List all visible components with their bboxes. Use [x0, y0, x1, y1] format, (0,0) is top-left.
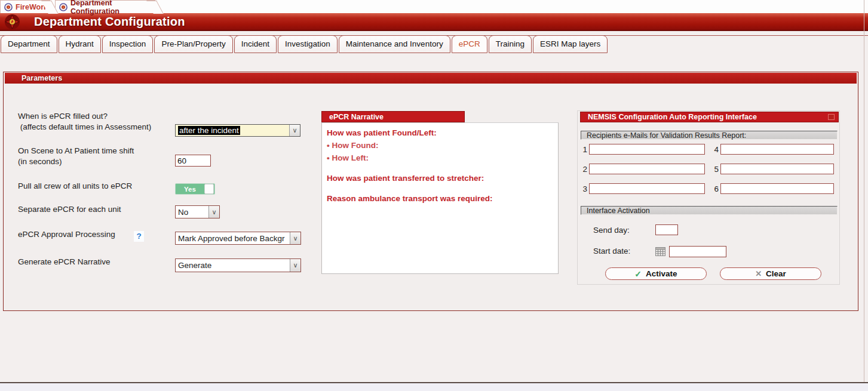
- help-icon[interactable]: ?: [134, 231, 144, 242]
- recipient-email-input-2[interactable]: [589, 164, 705, 174]
- tab-incident[interactable]: Incident: [234, 35, 277, 53]
- window-tab-bar: FireWorks Department Configuration: [0, 0, 868, 13]
- narrative-line: • How Found:: [327, 140, 553, 150]
- fire-badge-icon: [59, 3, 68, 11]
- recipient-row-6: 6: [712, 183, 839, 203]
- separate-epcr-dropdown[interactable]: No ∨: [175, 205, 220, 218]
- tab-pre-plan-property[interactable]: Pre-Plan/Property: [154, 35, 232, 53]
- tab-maintenance-and-inventory[interactable]: Maintenance and Inventory: [339, 35, 450, 53]
- window-tab-label: FireWorks: [16, 3, 52, 11]
- chevron-down-icon[interactable]: ∨: [290, 232, 300, 244]
- time-shift-label: On Scene to At Patient time shift(in sec…: [18, 146, 134, 167]
- page-title: Department Configuration: [34, 15, 185, 29]
- recipient-number: 1: [581, 144, 587, 154]
- recipient-email-input-3[interactable]: [589, 183, 705, 194]
- when-epcr-value: after the incident: [178, 126, 240, 135]
- tab-investigation[interactable]: Investigation: [278, 35, 338, 53]
- nav-tabs: DepartmentHydrantInspectionPre-Plan/Prop…: [1, 35, 608, 53]
- clear-x-icon: ✕: [755, 269, 762, 278]
- tab-department[interactable]: Department: [1, 35, 57, 53]
- recipient-number: 6: [712, 183, 719, 193]
- toggle-knob: [204, 184, 214, 194]
- chevron-down-icon[interactable]: ∨: [289, 125, 300, 136]
- window-tab-department-configuration[interactable]: Department Configuration: [55, 0, 155, 13]
- recipients-section-title: Recipients e-Mails for Validation Result…: [581, 131, 838, 140]
- fireworks-logo-icon: [4, 14, 20, 30]
- window-tab-fireworks[interactable]: FireWorks: [0, 0, 50, 13]
- approval-processing-dropdown[interactable]: Mark Approved before Backgr ∨: [175, 232, 301, 245]
- calendar-icon[interactable]: [655, 247, 665, 256]
- recipient-row-5: 5: [712, 164, 839, 183]
- activation-section-title: Interface Activation: [581, 206, 838, 215]
- recipient-row-4: 4: [712, 144, 839, 164]
- when-epcr-dropdown[interactable]: after the incident ∨: [175, 124, 300, 137]
- recipient-number: 2: [581, 164, 587, 174]
- start-date-label: Start date:: [593, 247, 630, 255]
- recipient-number: 5: [712, 164, 719, 174]
- tab-esri-map-layers[interactable]: ESRI Map layers: [533, 35, 608, 53]
- narrative-lines: How was patient Found/Left:• How Found:•…: [327, 128, 553, 204]
- send-day-input[interactable]: [655, 224, 678, 235]
- close-icon[interactable]: [828, 114, 835, 120]
- activate-button[interactable]: ✓ Activate: [605, 267, 707, 280]
- approval-processing-value: Mark Approved before Backgr: [176, 234, 290, 243]
- pull-crew-toggle[interactable]: Yes: [175, 183, 215, 195]
- narrative-box[interactable]: How was patient Found/Left:• How Found:•…: [321, 122, 559, 274]
- pull-crew-label: Pull all crew of all units to ePCR: [18, 181, 132, 192]
- bottom-strip: [0, 383, 868, 391]
- window-tab-label: Department Configuration: [70, 0, 149, 16]
- recipient-email-input-4[interactable]: [720, 144, 834, 155]
- nemsis-panel-title: NEMSIS Configuration Auto Reporting Inte…: [580, 112, 839, 122]
- approval-processing-label: ePCR Approval Processing: [18, 229, 115, 240]
- recipient-number: 4: [712, 144, 719, 154]
- recipient-email-input-5[interactable]: [720, 164, 834, 174]
- fire-badge-icon: [4, 3, 13, 11]
- recipients-grid: 123456: [581, 144, 839, 203]
- recipient-row-3: 3: [581, 183, 712, 203]
- separate-epcr-label: Separate ePCR for each unit: [18, 204, 121, 215]
- generate-narrative-dropdown[interactable]: Generate ∨: [175, 258, 301, 272]
- when-epcr-label: When is ePCR filled out? (affects defaul…: [18, 111, 151, 133]
- separate-epcr-value: No: [176, 208, 208, 217]
- toggle-label: Yes: [176, 186, 204, 193]
- narrative-panel-title: ePCR Narrative: [321, 111, 465, 122]
- narrative-line: How was patient transferred to stretcher…: [327, 173, 553, 183]
- recipient-row-1: 1: [581, 144, 712, 164]
- parameters-title: Parameters: [5, 73, 857, 84]
- main-header: Department Configuration: [0, 13, 868, 31]
- generate-narrative-value: Generate: [176, 261, 290, 270]
- narrative-line: • How Left:: [327, 153, 553, 163]
- start-date-input[interactable]: [669, 246, 726, 257]
- narrative-line: How was patient Found/Left:: [327, 128, 553, 138]
- clear-button[interactable]: ✕ Clear: [720, 267, 821, 280]
- narrative-line: Reason ambulance transport was required:: [327, 193, 553, 204]
- time-shift-input[interactable]: [175, 155, 211, 167]
- chevron-down-icon[interactable]: ∨: [290, 259, 300, 272]
- tab-inspection[interactable]: Inspection: [102, 35, 154, 53]
- recipient-email-input-6[interactable]: [720, 183, 834, 194]
- tab-training[interactable]: Training: [489, 35, 532, 53]
- chevron-down-icon[interactable]: ∨: [208, 206, 219, 218]
- recipient-email-input-1[interactable]: [589, 144, 705, 155]
- recipient-number: 3: [581, 183, 587, 193]
- tab-epcr[interactable]: ePCR: [452, 35, 487, 53]
- recipient-row-2: 2: [581, 164, 712, 183]
- tab-hydrant[interactable]: Hydrant: [59, 35, 101, 53]
- window-right-edge: [864, 0, 864, 382]
- generate-narrative-label: Generate ePCR Narrative: [18, 257, 111, 267]
- check-icon: ✓: [634, 269, 642, 279]
- send-day-label: Send day:: [593, 226, 630, 235]
